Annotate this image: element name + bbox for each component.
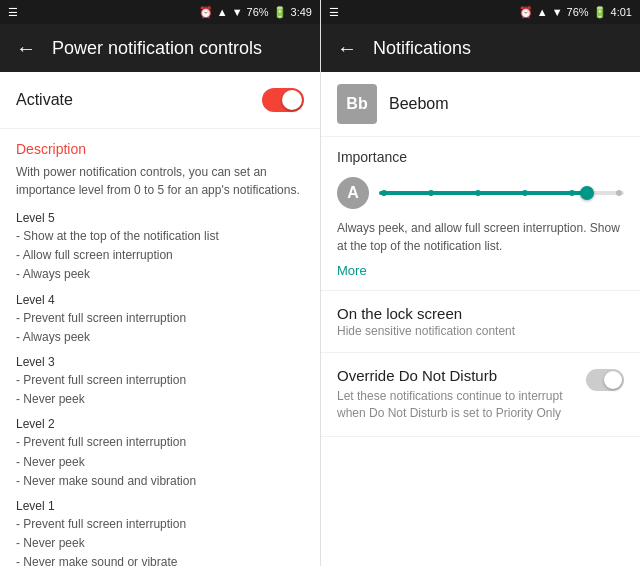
level-4-item-1: - Always peek [16, 328, 304, 347]
top-bar-right: ← Notifications [321, 24, 640, 72]
app-initials: Bb [346, 95, 367, 113]
lock-screen-row[interactable]: On the lock screen Hide sensitive notifi… [321, 291, 640, 353]
slider-dot-5 [616, 190, 622, 196]
wifi-icon: ▼ [232, 6, 243, 18]
time-right: 4:01 [611, 6, 632, 18]
slider-dot-1 [428, 190, 434, 196]
level-3-item-1: - Never peek [16, 390, 304, 409]
slider-thumb [580, 186, 594, 200]
page-title-left: Power notification controls [52, 38, 262, 59]
battery-icon-left: 🔋 [273, 6, 287, 19]
level-1-item-1: - Never peek [16, 534, 304, 553]
activate-toggle[interactable] [262, 88, 304, 112]
time-left: 3:49 [291, 6, 312, 18]
level-1-block: Level 1 - Prevent full screen interrupti… [0, 495, 320, 566]
importance-slider[interactable] [379, 183, 624, 203]
lock-screen-subtitle: Hide sensitive notification content [337, 324, 624, 338]
notification-icon-right: ☰ [329, 6, 339, 19]
level-5-title: Level 5 [16, 211, 304, 225]
level-1-title: Level 1 [16, 499, 304, 513]
slider-dot-0 [381, 190, 387, 196]
level-1-item-2: - Never make sound or vibrate [16, 553, 304, 566]
status-bar-right-icons: ⏰ ▲ ▼ 76% 🔋 3:49 [199, 6, 312, 19]
status-bar-right-right: ⏰ ▲ ▼ 76% 🔋 4:01 [519, 6, 632, 19]
dnd-row: Override Do Not Disturb Let these notifi… [321, 353, 640, 437]
right-panel: ☰ ⏰ ▲ ▼ 76% 🔋 4:01 ← Notifications Bb Be… [320, 0, 640, 566]
status-bar-left: ☰ ⏰ ▲ ▼ 76% 🔋 3:49 [0, 0, 320, 24]
level-4-block: Level 4 - Prevent full screen interrupti… [0, 289, 320, 351]
description-intro: With power notification controls, you ca… [0, 163, 320, 207]
slider-track [379, 191, 624, 195]
dnd-title: Override Do Not Disturb [337, 367, 574, 384]
slider-letter-icon: A [337, 177, 369, 209]
level-5-item-2: - Always peek [16, 265, 304, 284]
wifi-icon-right: ▼ [552, 6, 563, 18]
notification-icon: ☰ [8, 6, 18, 19]
importance-section: Importance A [321, 137, 640, 291]
level-5-item-0: - Show at the top of the notification li… [16, 227, 304, 246]
level-3-item-0: - Prevent full screen interruption [16, 371, 304, 390]
battery-percent-left: 76% [247, 6, 269, 18]
importance-description: Always peek, and allow full screen inter… [337, 219, 624, 255]
level-5-item-1: - Allow full screen interruption [16, 246, 304, 265]
level-2-item-0: - Prevent full screen interruption [16, 433, 304, 452]
left-content-area: Activate Description With power notifica… [0, 72, 320, 566]
status-bar-left-icons: ☰ [8, 6, 18, 19]
more-link[interactable]: More [337, 263, 624, 278]
level-2-title: Level 2 [16, 417, 304, 431]
slider-dot-3 [522, 190, 528, 196]
activate-row: Activate [0, 72, 320, 129]
page-title-right: Notifications [373, 38, 471, 59]
level-5-block: Level 5 - Show at the top of the notific… [0, 207, 320, 289]
alarm-icon-right: ⏰ [519, 6, 533, 19]
level-4-title: Level 4 [16, 293, 304, 307]
slider-row: A [337, 177, 624, 209]
status-bar-right-left: ☰ [329, 6, 339, 19]
top-bar-left: ← Power notification controls [0, 24, 320, 72]
signal-icon: ▲ [217, 6, 228, 18]
app-row: Bb Beebom [321, 72, 640, 137]
dnd-toggle[interactable] [586, 369, 624, 391]
left-panel: ☰ ⏰ ▲ ▼ 76% 🔋 3:49 ← Power notification … [0, 0, 320, 566]
importance-label: Importance [337, 149, 624, 165]
level-4-item-0: - Prevent full screen interruption [16, 309, 304, 328]
app-icon: Bb [337, 84, 377, 124]
slider-dot-4 [569, 190, 575, 196]
signal-icon-right: ▲ [537, 6, 548, 18]
back-button-left[interactable]: ← [16, 37, 36, 60]
level-2-item-1: - Never peek [16, 453, 304, 472]
dnd-subtitle: Let these notifications continue to inte… [337, 388, 574, 422]
battery-icon-right: 🔋 [593, 6, 607, 19]
level-3-block: Level 3 - Prevent full screen interrupti… [0, 351, 320, 413]
slider-dot-2 [475, 190, 481, 196]
toggle-knob [282, 90, 302, 110]
right-content-area: Bb Beebom Importance A [321, 72, 640, 566]
dnd-toggle-knob [604, 371, 622, 389]
back-button-right[interactable]: ← [337, 37, 357, 60]
level-1-item-0: - Prevent full screen interruption [16, 515, 304, 534]
dnd-text: Override Do Not Disturb Let these notifi… [337, 367, 574, 422]
alarm-icon: ⏰ [199, 6, 213, 19]
app-name: Beebom [389, 95, 449, 113]
status-bar-right: ☰ ⏰ ▲ ▼ 76% 🔋 4:01 [321, 0, 640, 24]
battery-percent-right: 76% [567, 6, 589, 18]
level-3-title: Level 3 [16, 355, 304, 369]
description-section-title: Description [0, 129, 320, 163]
activate-label: Activate [16, 91, 73, 109]
level-2-item-2: - Never make sound and vibration [16, 472, 304, 491]
lock-screen-title: On the lock screen [337, 305, 624, 322]
level-2-block: Level 2 - Prevent full screen interrupti… [0, 413, 320, 495]
